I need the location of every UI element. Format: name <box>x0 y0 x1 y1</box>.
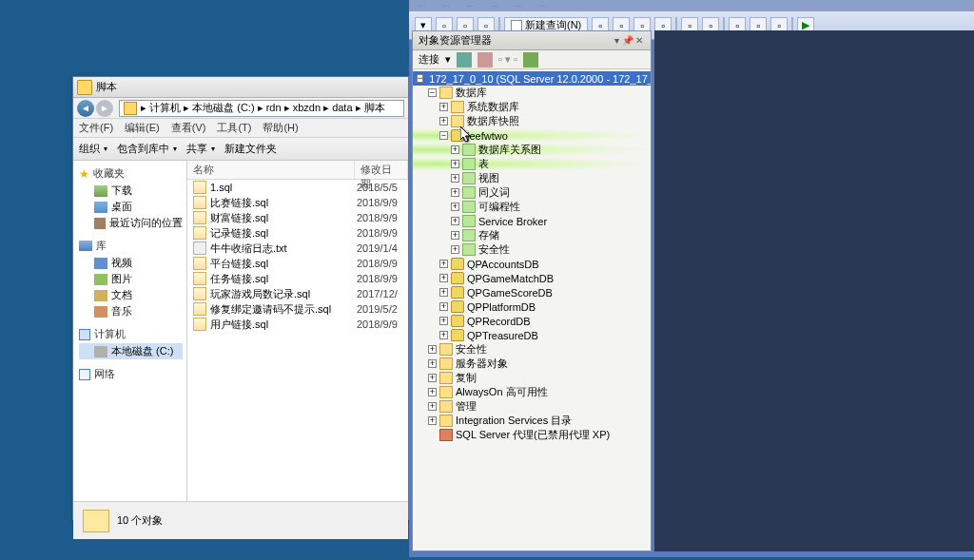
file-row[interactable]: 牛牛收缩日志.txt2019/1/4 <box>187 241 408 256</box>
sidebar-computer[interactable]: 计算机 <box>79 327 183 341</box>
sidebar-documents[interactable]: 文档 <box>79 287 183 303</box>
col-name[interactable]: 名称 <box>187 161 355 179</box>
file-date: 2018/9/9 <box>355 227 408 239</box>
folder-icon <box>439 372 453 384</box>
file-date: 2018/5/5 <box>355 182 408 193</box>
pin-icon[interactable]: 📌 <box>622 35 633 47</box>
sidebar-downloads[interactable]: 下载 <box>79 183 183 199</box>
file-row[interactable]: 玩家游戏局数记录.sql2017/12/ <box>187 286 408 301</box>
tree-db-item[interactable]: +QPGameScoreDB <box>413 285 651 299</box>
tree-replication[interactable]: +复制 <box>413 371 651 385</box>
tree-diagrams[interactable]: +数据库关系图 <box>413 143 651 157</box>
toolbar-icon[interactable] <box>457 52 472 68</box>
tree-storage[interactable]: +存储 <box>413 228 651 242</box>
tree-security[interactable]: +安全性 <box>413 342 651 357</box>
tree-alwayson[interactable]: +AlwaysOn 高可用性 <box>413 385 651 399</box>
status-text: 10 个对象 <box>117 513 163 528</box>
menu-edit[interactable]: 编辑(E) <box>125 121 160 135</box>
file-row[interactable]: 用户链接.sql2018/9/9 <box>187 317 408 332</box>
file-row[interactable]: 1.sql2018/5/5 <box>187 180 408 195</box>
explorer-statusbar: 10 个对象 <box>73 501 408 539</box>
tree-db-item[interactable]: +QPRecordDB <box>413 314 651 328</box>
ssms-window: ·················· ▾ ▫ ▫ ▫ 新建查询(N) ▫ ▫ ▫… <box>409 0 974 557</box>
tree-db-security[interactable]: +安全性 <box>413 242 651 257</box>
sidebar-videos[interactable]: 视频 <box>79 255 183 271</box>
tree-server[interactable]: −172_17_0_10 (SQL Server 12.0.2000 - 172… <box>413 71 651 86</box>
organize-button[interactable]: 组织 <box>79 142 107 156</box>
file-icon <box>193 287 206 300</box>
object-explorer-toolbar: 连接▾ ▫ ▾ ▫ <box>413 50 651 69</box>
share-button[interactable]: 共享 <box>186 142 215 156</box>
file-icon <box>193 241 206 255</box>
breadcrumb-path: ▸ 计算机 ▸ 本地磁盘 (C:) ▸ rdn ▸ xbzdn ▸ data ▸… <box>141 101 385 115</box>
file-row[interactable]: 记录链接.sql2018/9/9 <box>187 225 408 241</box>
tree-management[interactable]: +管理 <box>413 399 651 414</box>
tree-service-broker[interactable]: +Service Broker <box>413 214 651 228</box>
tree-server-objects[interactable]: +服务器对象 <box>413 357 651 371</box>
close-icon[interactable]: ✕ <box>633 35 645 47</box>
folder-icon <box>439 87 453 99</box>
tree-db-jeefwtwo[interactable]: −jeefwtwo <box>413 128 651 143</box>
file-row[interactable]: 修复绑定邀请码不提示.sql2019/5/2 <box>187 301 408 317</box>
file-icon <box>193 211 206 224</box>
explorer-toolbar: 组织 包含到库中 共享 新建文件夹 <box>73 138 408 161</box>
menu-file[interactable]: 文件(F) <box>79 121 113 135</box>
tree-db-item[interactable]: +QPAccountsDB <box>413 257 651 271</box>
sidebar-libraries[interactable]: 库 <box>79 239 183 253</box>
tree-snapshots[interactable]: +数据库快照 <box>413 114 651 128</box>
breadcrumb[interactable]: ▸ 计算机 ▸ 本地磁盘 (C:) ▸ rdn ▸ xbzdn ▸ data ▸… <box>119 100 404 117</box>
tree-sql-agent[interactable]: SQL Server 代理(已禁用代理 XP) <box>413 428 651 442</box>
sidebar-pictures[interactable]: 图片 <box>79 271 183 287</box>
toolbar-icon[interactable] <box>477 52 493 68</box>
include-button[interactable]: 包含到库中 <box>117 142 177 156</box>
menu-tools[interactable]: 工具(T) <box>217 121 251 135</box>
folder-icon <box>439 415 453 427</box>
sidebar-drive-c[interactable]: 本地磁盘 (C:) <box>79 343 183 359</box>
sidebar-desktop[interactable]: 桌面 <box>79 199 183 215</box>
star-icon: ★ <box>79 167 89 181</box>
file-icon <box>193 226 206 240</box>
tree-tables[interactable]: +表 <box>413 157 651 171</box>
menu-view[interactable]: 查看(V) <box>171 121 206 135</box>
file-name: 用户链接.sql <box>210 318 268 332</box>
refresh-icon[interactable] <box>523 52 538 68</box>
file-row[interactable]: 财富链接.sql2018/9/9 <box>187 210 408 225</box>
tree-db-item[interactable]: +QPPlatformDB <box>413 299 651 314</box>
nav-back-button[interactable]: ◄ <box>77 100 94 117</box>
new-folder-button[interactable]: 新建文件夹 <box>224 142 277 156</box>
file-date: 2019/1/4 <box>355 242 408 254</box>
tree-sysdb[interactable]: +系统数据库 <box>413 100 651 114</box>
folder-icon <box>462 229 476 241</box>
sidebar-favorites[interactable]: ★收藏夹 <box>79 166 183 181</box>
sidebar-network[interactable]: 网络 <box>79 367 183 381</box>
file-date: 2018/9/9 <box>355 258 408 269</box>
file-row[interactable]: 平台链接.sql2018/9/9 <box>187 256 408 271</box>
file-icon <box>193 196 206 209</box>
database-icon <box>451 129 464 142</box>
database-icon <box>451 329 464 341</box>
sidebar-recent[interactable]: 最近访问的位置 <box>79 215 183 231</box>
file-row[interactable]: 比赛链接.sql2018/9/9 <box>187 195 408 210</box>
file-list-header: 名称 修改日期 <box>187 161 408 180</box>
sidebar-music[interactable]: 音乐 <box>79 303 183 319</box>
file-name: 修复绑定邀请码不提示.sql <box>210 302 331 317</box>
file-name: 1.sql <box>210 182 232 193</box>
tree-databases[interactable]: −数据库 <box>413 86 651 100</box>
dropdown-icon[interactable]: ▾ <box>611 35 622 47</box>
file-row[interactable]: 任务链接.sql2018/9/9 <box>187 271 408 286</box>
tree-programmability[interactable]: +可编程性 <box>413 200 651 214</box>
tree-views[interactable]: +视图 <box>413 171 651 185</box>
menu-help[interactable]: 帮助(H) <box>263 121 298 135</box>
tree-synonyms[interactable]: +同义词 <box>413 185 651 200</box>
explorer-navbar: ◄ ► ▸ 计算机 ▸ 本地磁盘 (C:) ▸ rdn ▸ xbzdn ▸ da… <box>73 98 408 119</box>
connect-button[interactable]: 连接 <box>419 52 439 67</box>
nav-forward-button[interactable]: ► <box>96 100 113 117</box>
tree-db-item[interactable]: +QPTreasureDB <box>413 328 651 342</box>
explorer-titlebar[interactable]: 脚本 <box>73 77 408 98</box>
folder-icon <box>451 115 464 127</box>
col-date[interactable]: 修改日期 <box>355 161 408 179</box>
file-name: 财富链接.sql <box>210 211 268 225</box>
tree-db-item[interactable]: +QPGameMatchDB <box>413 271 651 285</box>
tree-isc[interactable]: +Integration Services 目录 <box>413 414 651 428</box>
computer-icon <box>79 329 90 340</box>
